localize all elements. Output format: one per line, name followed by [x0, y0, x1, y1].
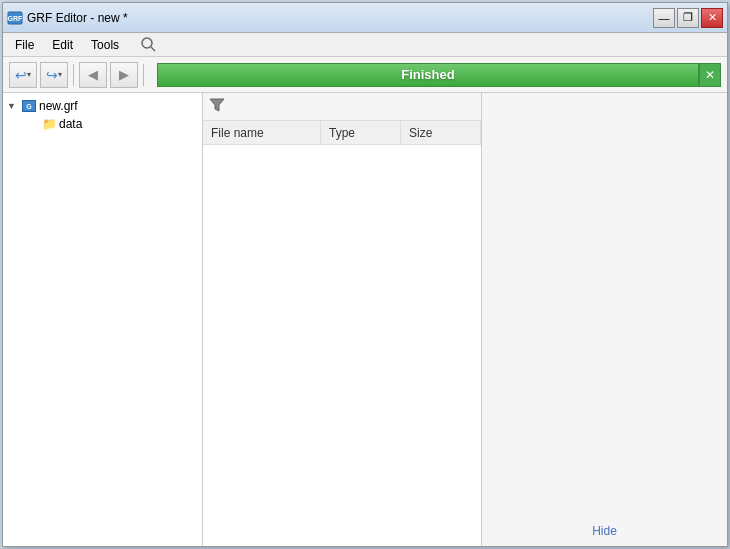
toolbar-separator-2 [143, 64, 144, 86]
column-header-type[interactable]: Type [321, 121, 401, 144]
toolbar: ↩ ▾ ↪ ▾ ◀ ▶ Finished ✕ [3, 57, 727, 93]
redo-button[interactable]: ↪ ▾ [40, 62, 68, 88]
progress-close-icon: ✕ [705, 68, 715, 82]
preview-footer: Hide [482, 520, 727, 542]
progress-bar: Finished [157, 63, 699, 87]
undo-icon: ↩ [15, 67, 27, 83]
menu-file[interactable]: File [7, 36, 42, 54]
column-header-size[interactable]: Size [401, 121, 481, 144]
forward-icon: ▶ [119, 67, 129, 82]
file-list-header: File name Type Size [203, 121, 481, 145]
svg-line-3 [151, 47, 155, 51]
folder-icon: 📁 [42, 117, 56, 131]
minimize-button[interactable]: — [653, 8, 675, 28]
main-content: ▼ G new.grf 📁 data [3, 93, 727, 546]
toolbar-separator-1 [73, 64, 74, 86]
tree-root-item[interactable]: ▼ G new.grf [3, 97, 202, 115]
menu-edit[interactable]: Edit [44, 36, 81, 54]
tree-data-folder[interactable]: 📁 data [3, 115, 202, 133]
file-list-body[interactable] [203, 145, 481, 546]
undo-button[interactable]: ↩ ▾ [9, 62, 37, 88]
main-window: GRF GRF Editor - new * — ❐ ✕ File Edit T… [2, 2, 728, 547]
tree-folder-label: data [59, 117, 82, 131]
menu-tools[interactable]: Tools [83, 36, 127, 54]
undo-arrow-icon: ▾ [27, 70, 31, 79]
search-icon[interactable] [139, 35, 159, 55]
file-tree-panel[interactable]: ▼ G new.grf 📁 data [3, 93, 203, 546]
window-title: GRF Editor - new * [27, 11, 649, 25]
column-header-filename[interactable]: File name [203, 121, 321, 144]
tree-root-label: new.grf [39, 99, 78, 113]
title-bar: GRF GRF Editor - new * — ❐ ✕ [3, 3, 727, 33]
back-button[interactable]: ◀ [79, 62, 107, 88]
window-controls: — ❐ ✕ [653, 8, 723, 28]
hide-button[interactable]: Hide [592, 524, 617, 538]
preview-body [482, 93, 727, 520]
svg-marker-4 [210, 99, 224, 111]
menu-bar: File Edit Tools [3, 33, 727, 57]
forward-button[interactable]: ▶ [110, 62, 138, 88]
svg-text:GRF: GRF [8, 15, 23, 22]
redo-arrow-icon: ▾ [58, 70, 62, 79]
back-icon: ◀ [88, 67, 98, 82]
redo-icon: ↪ [46, 67, 58, 83]
progress-label: Finished [401, 67, 454, 82]
file-list-panel: File name Type Size [203, 93, 482, 546]
restore-button[interactable]: ❐ [677, 8, 699, 28]
svg-point-2 [142, 38, 152, 48]
grf-file-icon: G [22, 99, 36, 113]
tree-expand-arrow: ▼ [7, 101, 19, 111]
close-button[interactable]: ✕ [701, 8, 723, 28]
preview-panel: Hide [482, 93, 727, 546]
file-list-toolbar [203, 93, 481, 121]
filter-icon[interactable] [209, 97, 225, 116]
app-icon: GRF [7, 10, 23, 26]
progress-close-button[interactable]: ✕ [699, 63, 721, 87]
